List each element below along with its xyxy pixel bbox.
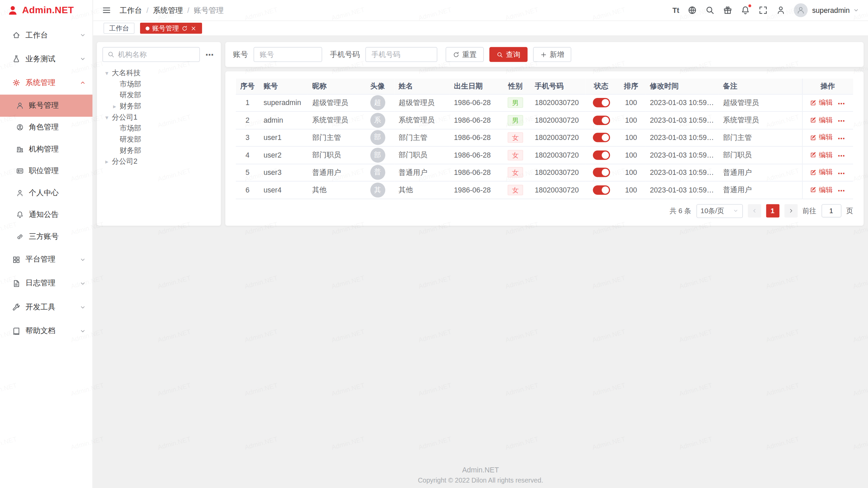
org-tree: ▾大名科技市场部研发部▸财务部▾分公司1市场部研发部财务部▸分公司2 bbox=[102, 67, 215, 167]
status-toggle[interactable] bbox=[593, 150, 610, 160]
sidebar-item-docs[interactable]: 帮助文档 bbox=[0, 319, 93, 343]
tree-node[interactable]: 研发部 bbox=[102, 89, 215, 101]
edit-button[interactable]: 编辑 bbox=[810, 168, 833, 177]
cell-nickname: 超级管理员 bbox=[308, 94, 361, 111]
tab-workbench[interactable]: 工作台 bbox=[103, 23, 134, 34]
tree-node-label: 市场部 bbox=[120, 79, 141, 89]
org-more-button[interactable]: ⋯ bbox=[204, 49, 215, 59]
org-search-input[interactable] bbox=[118, 50, 195, 59]
table-row: 4user2部门职员部部门职员1986-06-28女18020030720100… bbox=[236, 146, 853, 164]
edit-button[interactable]: 编辑 bbox=[810, 98, 833, 107]
sidebar-item-label: 平台管理 bbox=[25, 255, 55, 264]
status-toggle[interactable] bbox=[593, 98, 610, 107]
tab-refresh-icon[interactable] bbox=[182, 25, 188, 31]
text-size-icon[interactable]: Tt bbox=[672, 5, 679, 15]
cell-actions: 编辑⋯ bbox=[802, 164, 853, 181]
sidebar-item-role[interactable]: 角色管理 bbox=[0, 117, 93, 138]
row-more-button[interactable]: ⋯ bbox=[838, 134, 846, 142]
file-icon bbox=[12, 279, 20, 287]
topbar-actions: Tt superadmin bbox=[672, 3, 859, 17]
row-more-button[interactable]: ⋯ bbox=[838, 186, 846, 195]
gender-badge: 女 bbox=[508, 133, 523, 143]
avatar[interactable] bbox=[794, 3, 808, 17]
profile-icon[interactable] bbox=[776, 5, 786, 15]
tree-node[interactable]: 市场部 bbox=[102, 79, 215, 90]
org-search bbox=[102, 47, 200, 62]
page-button-1[interactable]: 1 bbox=[766, 204, 779, 217]
row-more-button[interactable]: ⋯ bbox=[838, 117, 846, 125]
sidebar-item-org[interactable]: 机构管理 bbox=[0, 138, 93, 160]
pagination: 共 6 条 10条/页 1 前 bbox=[236, 204, 853, 218]
caret-down-icon[interactable]: ▾ bbox=[103, 69, 110, 77]
logo: Admin.NET bbox=[0, 0, 93, 21]
sidebar-item-notice[interactable]: 通知公告 bbox=[0, 204, 93, 226]
gender-badge: 女 bbox=[508, 167, 523, 178]
tree-node[interactable]: ▸分公司2 bbox=[102, 156, 215, 167]
account-filter-input[interactable] bbox=[254, 47, 322, 62]
tab-account-management[interactable]: 账号管理 bbox=[140, 23, 202, 34]
cell-seq: 3 bbox=[236, 129, 259, 146]
sidebar-item-profile[interactable]: 个人中心 bbox=[0, 182, 93, 204]
cell-account: superadmin bbox=[259, 94, 308, 111]
reset-button[interactable]: 重置 bbox=[446, 47, 484, 62]
next-page-button[interactable] bbox=[784, 204, 797, 217]
caret-right-icon[interactable]: ▸ bbox=[103, 158, 110, 165]
status-toggle[interactable] bbox=[593, 116, 610, 125]
user-menu-chevron-icon[interactable] bbox=[853, 7, 859, 13]
cell-avatar: 普 bbox=[361, 164, 394, 181]
chevron-down-icon bbox=[80, 56, 86, 62]
add-button[interactable]: 新增 bbox=[533, 47, 571, 62]
phone-filter-input[interactable] bbox=[366, 47, 437, 62]
breadcrumb-item[interactable]: 系统管理 bbox=[153, 5, 183, 15]
breadcrumb: 工作台/系统管理/账号管理 bbox=[120, 5, 224, 15]
sidebar-item-business-test[interactable]: 业务测试 bbox=[0, 47, 93, 71]
row-more-button[interactable]: ⋯ bbox=[838, 99, 846, 107]
status-toggle[interactable] bbox=[593, 133, 610, 142]
row-more-button[interactable]: ⋯ bbox=[838, 151, 846, 160]
sidebar-item-post[interactable]: 职位管理 bbox=[0, 160, 93, 182]
edit-button[interactable]: 编辑 bbox=[810, 150, 833, 160]
tree-node[interactable]: ▾分公司1 bbox=[102, 112, 215, 123]
collapse-menu-icon[interactable] bbox=[102, 5, 111, 15]
caret-down-icon[interactable]: ▾ bbox=[103, 114, 110, 121]
table-row: 3user1部门主管部部门主管1986-06-28女18020030720100… bbox=[236, 129, 853, 146]
gift-icon[interactable] bbox=[723, 5, 732, 15]
search-icon[interactable] bbox=[705, 5, 715, 15]
tree-node[interactable]: ▾大名科技 bbox=[102, 67, 215, 79]
cell-status bbox=[586, 164, 616, 181]
content-area: ⋯ ▾大名科技市场部研发部▸财务部▾分公司1市场部研发部财务部▸分公司2 账号 … bbox=[93, 36, 868, 488]
tree-node[interactable]: 市场部 bbox=[102, 123, 215, 134]
cell-status bbox=[586, 94, 616, 111]
breadcrumb-item[interactable]: 工作台 bbox=[120, 5, 142, 15]
status-toggle[interactable] bbox=[593, 168, 610, 177]
caret-right-icon[interactable]: ▸ bbox=[111, 103, 118, 110]
username[interactable]: superadmin bbox=[812, 6, 850, 14]
sidebar-item-system-management[interactable]: 系统管理 bbox=[0, 71, 93, 95]
tree-node[interactable]: 研发部 bbox=[102, 134, 215, 145]
edit-button[interactable]: 编辑 bbox=[810, 185, 833, 195]
sidebar-item-account[interactable]: 账号管理 bbox=[0, 95, 93, 116]
fullscreen-icon[interactable] bbox=[758, 5, 768, 15]
cell-phone: 18020030720 bbox=[530, 164, 586, 181]
edit-button[interactable]: 编辑 bbox=[810, 133, 833, 142]
avatar: 其 bbox=[370, 182, 385, 197]
sidebar-item-log[interactable]: 日志管理 bbox=[0, 271, 93, 295]
sidebar-item-devtools[interactable]: 开发工具 bbox=[0, 295, 93, 319]
row-more-button[interactable]: ⋯ bbox=[838, 169, 846, 177]
globe-icon[interactable] bbox=[688, 5, 697, 15]
tab-close-icon[interactable] bbox=[191, 25, 197, 31]
goto-page-input[interactable] bbox=[821, 204, 841, 217]
sidebar-item-workbench[interactable]: 工作台 bbox=[0, 23, 93, 47]
sidebar-item-platform[interactable]: 平台管理 bbox=[0, 248, 93, 271]
tree-node[interactable]: 财务部 bbox=[102, 145, 215, 156]
tree-node[interactable]: ▸财务部 bbox=[102, 101, 215, 112]
bell-icon[interactable] bbox=[741, 5, 750, 15]
cell-name: 系统管理员 bbox=[394, 111, 449, 129]
search-button[interactable]: 查询 bbox=[489, 47, 528, 62]
cell-avatar: 部 bbox=[361, 129, 394, 146]
sidebar-item-third-account[interactable]: 三方账号 bbox=[0, 226, 93, 247]
edit-button[interactable]: 编辑 bbox=[810, 115, 833, 125]
page-size-select[interactable]: 10条/页 bbox=[696, 204, 743, 218]
status-toggle[interactable] bbox=[593, 185, 610, 195]
prev-page-button[interactable] bbox=[748, 204, 761, 217]
